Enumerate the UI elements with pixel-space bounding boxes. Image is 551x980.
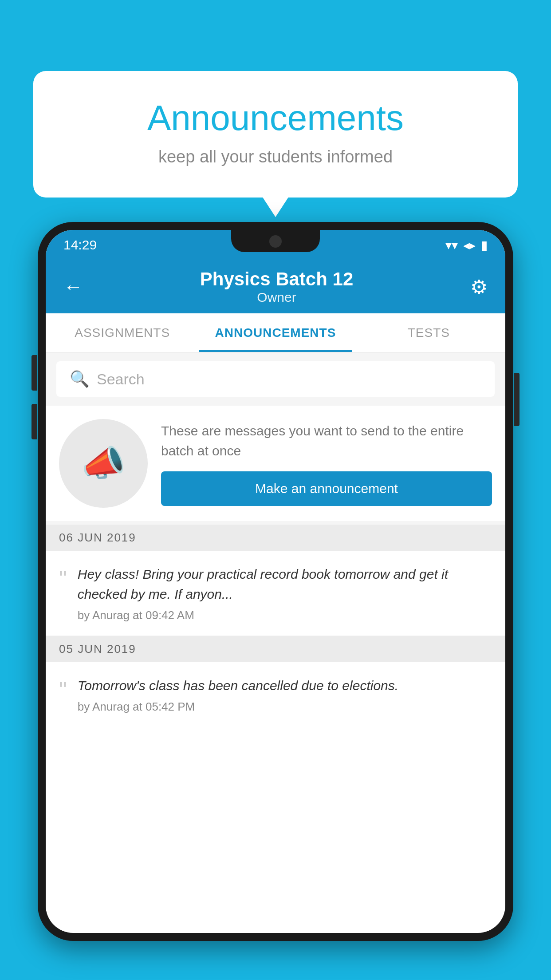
app-header: ← Physics Batch 12 Owner ⚙: [46, 260, 505, 313]
date-separator-1: 06 JUN 2019: [46, 525, 505, 551]
quote-icon-1: ": [59, 568, 67, 590]
announcement-item-2[interactable]: " Tomorrow's class has been cancelled du…: [46, 662, 505, 727]
search-placeholder: Search: [97, 371, 145, 388]
status-icons: ▾▾ ◂▸ ▮: [445, 238, 488, 253]
speech-bubble: Announcements keep all your students inf…: [33, 71, 518, 198]
search-icon: 🔍: [70, 370, 90, 388]
header-center: Physics Batch 12 Owner: [200, 269, 354, 305]
speech-bubble-subtitle: keep all your students informed: [69, 147, 482, 166]
phone-container: 14:29 ▾▾ ◂▸ ▮ ← Physics Batch 12 Owner ⚙…: [38, 222, 513, 980]
announcement-text-1: Hey class! Bring your practical record b…: [78, 564, 492, 622]
date-separator-2: 05 JUN 2019: [46, 636, 505, 662]
tab-tests[interactable]: TESTS: [352, 313, 505, 352]
header-title: Physics Batch 12: [200, 269, 354, 290]
make-announcement-button[interactable]: Make an announcement: [161, 471, 492, 506]
header-subtitle: Owner: [200, 290, 354, 305]
speech-bubble-title: Announcements: [69, 98, 482, 138]
quote-icon-2: ": [59, 679, 67, 701]
announcement-item-1[interactable]: " Hey class! Bring your practical record…: [46, 551, 505, 636]
screen-content: 🔍 Search 📣 These are messages you want t…: [46, 352, 505, 727]
speech-bubble-container: Announcements keep all your students inf…: [33, 71, 518, 198]
promo-section: 📣 These are messages you want to send to…: [46, 406, 505, 521]
signal-icon: ◂▸: [463, 238, 476, 253]
battery-icon: ▮: [481, 238, 488, 253]
wifi-icon: ▾▾: [445, 238, 458, 253]
megaphone-icon: 📣: [81, 443, 126, 484]
settings-icon[interactable]: ⚙: [470, 276, 488, 298]
phone-power-button: [514, 373, 520, 426]
announcement-meta-1: by Anurag at 09:42 AM: [78, 609, 492, 622]
tabs-container: ASSIGNMENTS ANNOUNCEMENTS TESTS: [46, 313, 505, 352]
promo-description: These are messages you want to send to t…: [161, 421, 492, 461]
phone-notch: [231, 230, 320, 252]
tab-assignments[interactable]: ASSIGNMENTS: [46, 313, 199, 352]
search-bar[interactable]: 🔍 Search: [56, 361, 495, 397]
announcement-message-1: Hey class! Bring your practical record b…: [78, 564, 492, 604]
phone-volume-up: [31, 355, 37, 391]
status-time: 14:29: [63, 237, 97, 253]
announcement-meta-2: by Anurag at 05:42 PM: [78, 700, 492, 714]
announcement-message-2: Tomorrow's class has been cancelled due …: [78, 676, 492, 695]
promo-icon-circle: 📣: [59, 419, 148, 508]
phone-volume-down: [31, 404, 37, 439]
phone-screen: 14:29 ▾▾ ◂▸ ▮ ← Physics Batch 12 Owner ⚙…: [46, 230, 505, 933]
phone-camera: [269, 235, 282, 248]
announcement-text-2: Tomorrow's class has been cancelled due …: [78, 676, 492, 714]
promo-content: These are messages you want to send to t…: [161, 421, 492, 506]
tab-announcements[interactable]: ANNOUNCEMENTS: [199, 313, 352, 352]
phone-body: 14:29 ▾▾ ◂▸ ▮ ← Physics Batch 12 Owner ⚙…: [38, 222, 513, 941]
back-button[interactable]: ←: [63, 276, 83, 298]
